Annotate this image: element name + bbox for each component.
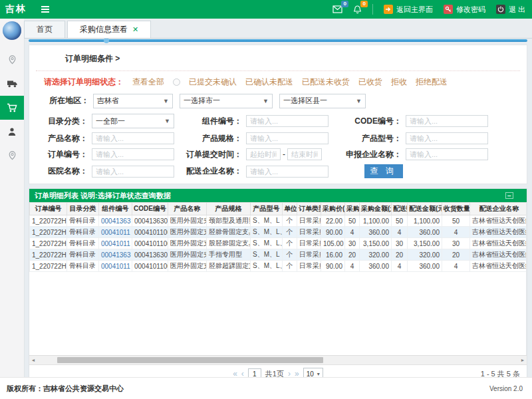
end-time-input[interactable] — [287, 148, 322, 160]
cell: 骨科目录 — [67, 238, 99, 249]
status-option[interactable]: 已收货 — [358, 76, 382, 88]
start-time-input[interactable] — [246, 148, 281, 160]
order-time-range: - — [246, 148, 329, 160]
total-pages-label: 共1页 — [265, 369, 284, 378]
status-option[interactable]: 已确认未配送 — [245, 76, 293, 88]
sidebar-item-delivery[interactable] — [0, 72, 24, 96]
cell: 4 — [442, 261, 470, 272]
component-no-link[interactable]: 00041011 — [99, 238, 132, 249]
cell: S、M、L — [251, 249, 283, 261]
scrollbar-thumb[interactable] — [57, 357, 323, 363]
column-header: 采购金额(元 — [360, 203, 392, 215]
status-option[interactable]: 查看全部 — [132, 76, 164, 88]
page-number-input[interactable] — [248, 368, 261, 378]
cell: 骨科目录 — [67, 249, 99, 261]
cell: 4 — [442, 227, 470, 238]
cell: 个 — [283, 215, 297, 227]
cell: S、M、L、加 — [251, 261, 283, 272]
location-pin-icon — [7, 55, 17, 65]
order-time-label: 订单提交时间： — [177, 149, 243, 160]
query-button[interactable]: 查 询 — [364, 164, 403, 178]
region-row: 所在地区： 吉林省▼ 一选择市一▼ 一选择区县一▼ — [36, 92, 520, 110]
component-no-input[interactable] — [246, 115, 329, 127]
cell: 股胫腓固定支具 — [207, 238, 251, 249]
user-avatar[interactable] — [3, 21, 21, 40]
component-no-link[interactable]: 00041363 — [99, 215, 132, 227]
sidebar-item-location-top[interactable] — [0, 48, 24, 72]
product-model-input[interactable] — [406, 132, 488, 144]
power-icon — [496, 5, 505, 14]
column-header: 采购价(元 — [321, 203, 345, 215]
column-header: 组件编号 — [99, 203, 132, 215]
cell: 90.00 — [321, 227, 345, 238]
cell: 胫腓超踝固定支具 — [207, 261, 251, 272]
status-option[interactable]: 已配送未收货 — [302, 76, 350, 88]
table-row[interactable]: 1_220722H骨科目录0004136300041363001医用外固定夹板颈… — [30, 215, 527, 227]
cell: 105.00 — [321, 238, 345, 249]
sidebar-item-user[interactable] — [0, 120, 24, 144]
status-option[interactable]: 拒绝配送 — [416, 76, 448, 88]
cell: 骨科目录 — [67, 215, 99, 227]
component-no-link[interactable]: 00041011 — [99, 261, 132, 272]
collapse-icon[interactable]: − — [505, 192, 513, 199]
filter-panel-title[interactable]: 订单明细条件 > — [36, 48, 520, 71]
logout-button[interactable]: 退 出 — [496, 5, 525, 15]
product-spec-input[interactable] — [246, 132, 329, 144]
scroll-left-icon[interactable]: ◄ — [29, 358, 37, 362]
column-header: 产品名称 — [168, 203, 207, 215]
county-select[interactable]: 一选择区县一▼ — [279, 94, 366, 108]
cell: 20 — [392, 249, 408, 261]
tab-home[interactable]: 首页 — [24, 21, 65, 38]
table-row[interactable]: 1_220722H骨科目录0004101100041011001医用外固定支具股… — [30, 238, 527, 249]
component-no-link[interactable]: 00041011 — [99, 227, 132, 238]
tab-procurement-info[interactable]: 采购信息查看 ✕ — [67, 21, 151, 38]
horizontal-scrollbar[interactable]: ◄ ► — [29, 355, 527, 364]
return-main-button[interactable]: 返回主界面 — [384, 5, 433, 15]
hospital-input[interactable] — [92, 166, 174, 178]
table-row[interactable]: 1_220722H骨科目录0004101100041011002医用外固定支具胫… — [30, 261, 527, 272]
declare-company-input[interactable] — [406, 148, 488, 160]
sidebar-item-location-bottom[interactable] — [0, 144, 24, 168]
tab-close-icon[interactable]: ✕ — [132, 25, 138, 34]
cell: 1_220722H — [30, 238, 67, 249]
cell: 320.00 — [360, 249, 392, 261]
table-row[interactable]: 1_220722H骨科目录0004136300041363000医用外固定夹板手… — [30, 249, 527, 261]
product-name-input[interactable] — [92, 132, 174, 144]
cell: 00041011002 — [132, 227, 168, 238]
cell: 20 — [442, 249, 470, 261]
tab-home-label: 首页 — [37, 24, 53, 35]
cell: 4 — [345, 227, 360, 238]
cell: 50 — [392, 215, 408, 227]
order-no-input[interactable] — [92, 148, 174, 160]
province-select[interactable]: 吉林省▼ — [93, 94, 173, 108]
horizontal-scrollbar-top[interactable] — [29, 39, 527, 42]
table-panel-title: 订单明细列表 说明:选择订单状态查询数据 — [35, 191, 171, 201]
change-password-label: 修改密码 — [456, 5, 485, 15]
catalog-select[interactable]: 一全部一▼ — [92, 114, 174, 128]
status-option[interactable]: 已提交未确认 — [189, 76, 237, 88]
cell: 胫腓骨固定支具 — [207, 227, 251, 238]
page-size-select[interactable]: 10 ▾ — [303, 368, 323, 378]
cell: 日常采购 — [297, 227, 321, 238]
table-row[interactable]: 1_220722H骨科目录0004101100041011002医用外固定支具胫… — [30, 227, 527, 238]
delivery-company-input[interactable] — [246, 166, 329, 178]
component-no-link[interactable]: 00041363 — [99, 249, 132, 261]
status-radio[interactable] — [173, 78, 180, 86]
change-password-button[interactable]: 修改密码 — [444, 5, 485, 15]
product-spec-label: 产品规格： — [177, 133, 243, 144]
cell: 30 — [345, 238, 360, 249]
scroll-right-icon[interactable]: ► — [519, 358, 527, 362]
status-option[interactable]: 拒收 — [391, 76, 407, 88]
city-select[interactable]: 一选择市一▼ — [180, 94, 273, 108]
sidebar-item-cart[interactable] — [0, 96, 24, 120]
cell: 3,150.00 — [360, 238, 392, 249]
notifications-icon[interactable]: 0 — [353, 5, 362, 14]
cell: 手指专用型 — [207, 249, 251, 261]
messages-badge: 0 — [341, 1, 348, 7]
cell: 日常采购 — [297, 249, 321, 261]
table-header-row: 订单编号目录分类组件编号CODE编号产品名称产品规格产品型号单位订单类型采购价(… — [30, 203, 527, 215]
product-model-label: 产品型号： — [331, 133, 403, 144]
hamburger-menu-icon[interactable] — [41, 6, 49, 13]
messages-icon[interactable]: 0 — [332, 5, 342, 13]
code-no-input[interactable] — [406, 115, 488, 127]
